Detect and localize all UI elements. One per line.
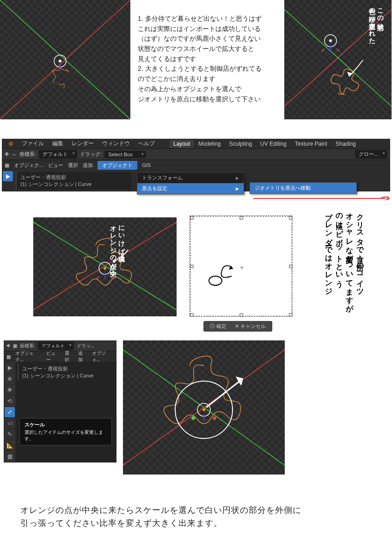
cursor-icon[interactable]: ✥	[5, 151, 9, 157]
red-underline	[253, 198, 386, 199]
tab-modeling[interactable]: Modeling	[195, 140, 225, 148]
svg-point-30	[213, 416, 216, 420]
menu-render[interactable]: レンダー	[68, 139, 98, 148]
svg-rect-17	[190, 265, 193, 268]
dropdown-default[interactable]: デフォルト	[39, 150, 77, 159]
svg-rect-18	[289, 265, 292, 268]
dropdown-set-origin[interactable]: 原点を設定▶	[137, 183, 244, 194]
ok-button[interactable]: ◎ 確定	[210, 323, 227, 330]
tool-move[interactable]: ✥	[5, 385, 15, 395]
origin-submenu: ジオメトリを原点へ移動	[250, 182, 357, 194]
tool-annotate[interactable]: ✎	[5, 429, 15, 439]
sub-object-mode[interactable]: オブジェク...	[14, 162, 43, 169]
editor2-icon[interactable]: ▦	[6, 354, 11, 359]
svg-rect-21	[289, 314, 292, 316]
svg-rect-15	[240, 216, 243, 219]
svg-rect-20	[240, 314, 243, 316]
dd2-default[interactable]: デフォルト	[38, 342, 74, 350]
blender-icon: ⚙	[5, 140, 17, 148]
svg-point-29	[191, 416, 195, 420]
svg-rect-16	[289, 216, 292, 219]
label-drag: ドラッグ:	[80, 151, 102, 158]
viewport-scale	[123, 340, 285, 475]
clipstudio-bbox: +	[190, 216, 292, 316]
tool-select-icon[interactable]: ▶	[3, 171, 13, 181]
sub-add[interactable]: 追加	[83, 162, 93, 169]
tab-shading[interactable]: Shading	[332, 140, 360, 148]
tool-column: ▶ ⊕ ✥ ⟲ ⤢ ▭ ✎ 📐 ▦	[4, 362, 16, 462]
tool-cursor[interactable]: ⊕	[5, 374, 15, 384]
svg-point-28	[202, 408, 205, 411]
svg-point-7	[329, 39, 332, 42]
svg-point-11	[104, 267, 106, 270]
tool-add[interactable]: ▦	[5, 451, 15, 462]
dropdown-transform[interactable]: トランスフォーム▶	[137, 173, 244, 183]
tab-layout[interactable]: Layout	[170, 140, 194, 148]
svg-rect-14	[190, 216, 193, 219]
annotation-top-right: この状態 色の時が選択された	[368, 4, 384, 119]
scale-tooltip: スケール 選択したアイテムのサイズを変更します。	[19, 418, 112, 445]
tab-uv[interactable]: UV Editing	[257, 140, 290, 148]
menu-file[interactable]: ファイル	[18, 139, 48, 148]
tool-select[interactable]: ▶	[5, 363, 15, 373]
sub-gis[interactable]: GIS	[142, 162, 151, 168]
svg-rect-19	[190, 314, 193, 316]
menu-help[interactable]: ヘルプ	[135, 139, 159, 148]
dropdown-selectbox[interactable]: Select Box	[104, 151, 146, 158]
cursor2-icon[interactable]: ✥	[6, 343, 10, 348]
sub-view[interactable]: ビュー	[48, 162, 63, 169]
move-icon[interactable]: ↔	[12, 152, 17, 157]
dialog-buttons: ◎ 確定 ✕ キャンセル	[203, 321, 272, 332]
tool-measure[interactable]: 📐	[5, 440, 15, 450]
menu-window[interactable]: ウィンドウ	[98, 139, 134, 148]
cancel-button[interactable]: ✕ キャンセル	[235, 323, 266, 330]
tool-rotate[interactable]: ⟲	[5, 396, 15, 406]
tool-scale[interactable]: ⤢	[5, 407, 15, 417]
dropdown-geometry-to-origin[interactable]: ジオメトリを原点へ移動	[250, 183, 356, 193]
annotation-pivot-explain: クリスタで言う所のコイツ オシャレな名前がついてますが の点はピボットという ブ…	[324, 208, 365, 402]
svg-point-23	[209, 276, 222, 285]
dropdown-global[interactable]: グロー...	[355, 150, 387, 159]
viewport-top-left	[0, 0, 130, 119]
viewport-info-2: ユーザー・透視投影 (1) シーンコレクション | Curve	[18, 364, 115, 381]
object-dropdown: トランスフォーム▶ 原点を設定▶	[137, 172, 244, 194]
instruction-text-bottom: オレンジの点が中央に来たらスケールを選んで白い円状の部分を外側に 引っ張ってくだ…	[20, 504, 372, 530]
tool-transform[interactable]: ▭	[5, 418, 15, 428]
grid2-icon[interactable]: ▦	[13, 343, 17, 348]
sub-select[interactable]: 選択	[68, 162, 78, 169]
svg-point-3	[59, 60, 61, 62]
svg-text:+: +	[240, 264, 244, 271]
tab-sculpting[interactable]: Sculpting	[226, 140, 256, 148]
editor-icon[interactable]: ▦	[5, 162, 9, 168]
menu-edit[interactable]: 編集	[49, 139, 67, 148]
label-coord: 座標系:	[19, 151, 36, 158]
sub-object-btn[interactable]: オブジェクト	[98, 161, 137, 170]
instruction-text-top: 1. 多分待てど暮らせど出ない！と思うはず これは実際にはインポートは成功してい…	[138, 14, 281, 104]
annotation-success: にいけば成功！ オレンジの点が中央	[109, 221, 125, 314]
tab-texture[interactable]: Texture Paint	[291, 140, 331, 148]
viewport-success	[33, 217, 177, 316]
viewport-info: ユーザー・透視投影 (1) シーンコレクション | Curve	[16, 172, 131, 190]
